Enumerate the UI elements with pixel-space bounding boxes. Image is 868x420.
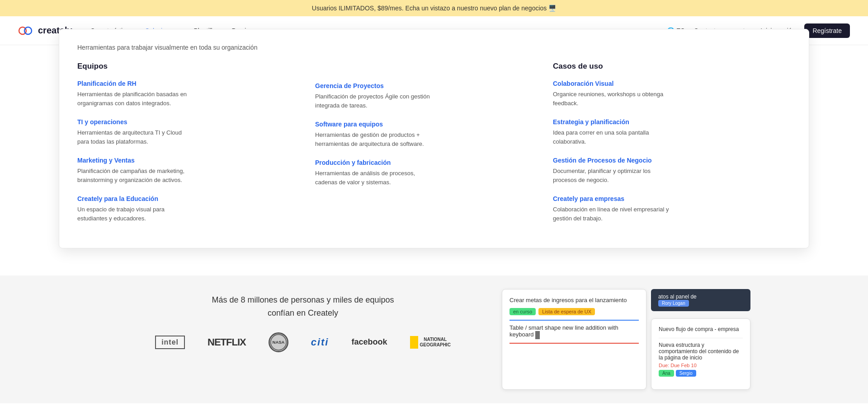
register-button[interactable]: Regístrate [804,23,850,38]
dropdown-teams-col1: Equipos Planificación de RH Herramientas… [77,62,315,233]
banner-text: Usuarios ILIMITADOS, $89/mes. Echa un vi… [312,5,556,12]
facebook-logo: facebook [351,337,387,347]
dropdown-item-rh[interactable]: Planificación de RH Herramientas de plan… [77,80,315,107]
solutions-dropdown: Herramientas para trabajar visualmente e… [59,29,809,248]
right-sidebar-card: Nuevo flujo de compra - empresa Nueva es… [651,318,750,390]
dropdown-item-produccion[interactable]: Producción y fabricación Herramientas de… [315,159,553,187]
citi-logo: citi [311,336,329,348]
dropdown-item-gestion[interactable]: Gestión de Procesos de Negocio Documenta… [553,157,791,184]
kanban-item1-title: Crear metas de ingresos para el lanzamie… [509,297,639,303]
dropdown-use-cases: Casos de uso Colaboración Visual Organic… [553,62,791,233]
teams-section-title: Equipos [77,62,315,71]
dropdown-item-empresas[interactable]: Creately para empresas Colaboración en l… [553,195,791,223]
dropdown-item-educacion[interactable]: Creately para la Educación Un espacio de… [77,195,315,223]
item2-tags: Ana Sergio [659,370,743,377]
top-banner: Usuarios ILIMITADOS, $89/mes. Echa un vi… [0,0,868,16]
brands-text: Más de 8 millones de personas y miles de… [118,294,488,320]
svg-text:NASA: NASA [272,340,284,345]
dropdown-item-software[interactable]: Software para equipos Herramientas de ge… [315,121,553,148]
brands-content: Más de 8 millones de personas y miles de… [118,289,488,352]
rsc-item2: Nueva estructura y comportamiento del co… [659,342,743,377]
svg-point-1 [24,27,32,34]
dropdown-item-marketing[interactable]: Marketing y Ventas Planificación de camp… [77,157,315,184]
preview-panels: Crear metas de ingresos para el lanzamie… [502,289,750,390]
brands-logos: intel NETFLIX NASA citi facebook NATIONA… [118,332,488,352]
kanban-preview-card: Crear metas de ingresos para el lanzamie… [502,289,646,390]
dropdown-subtitle: Herramientas para trabajar visualmente e… [77,44,791,51]
due-date: Due: Due Feb 10 [659,363,743,368]
nasa-logo: NASA [269,332,288,352]
natgeo-logo: NATIONALGEOGRAPHIC [410,336,451,349]
tag-en-curso: en curso [509,308,536,315]
use-cases-section-title: Casos de uso [553,62,791,71]
dropdown-item-proyectos[interactable]: Gerencia de Proyectos Planificación de p… [315,82,553,110]
kanban-item2-title: Table / smart shape new line addition wi… [509,324,639,339]
brands-and-preview-section: Más de 8 millones de personas y miles de… [0,275,868,403]
bottom-hero: Herramientas visuales que todos simpleme… [0,403,868,420]
rsc-item1: Nuevo flujo de compra - empresa [659,326,743,332]
intel-logo: intel [155,336,185,349]
dropdown-item-colaboracion[interactable]: Colaboración Visual Organice reuniones, … [553,80,791,107]
tag-lista-ux: Lista de espera de UX [538,308,595,315]
user-badge: Rory Logan [658,300,689,307]
netflix-logo: NETFLIX [208,336,246,348]
dropdown-item-estrategia[interactable]: Estrategia y planificación Idea para cor… [553,118,791,146]
text-cursor [535,331,540,339]
right-sidebar-panels: atos al panel de Rory Logan Nuevo flujo … [651,289,750,390]
dark-panel: atos al panel de Rory Logan [651,289,750,311]
dropdown-teams-col2: Gerencia de Proyectos Planificación de p… [315,62,553,233]
dropdown-columns: Equipos Planificación de RH Herramientas… [77,62,791,233]
kanban-tags: en curso Lista de espera de UX [509,308,639,315]
dropdown-item-ti[interactable]: TI y operaciones Herramientas de arquite… [77,118,315,146]
